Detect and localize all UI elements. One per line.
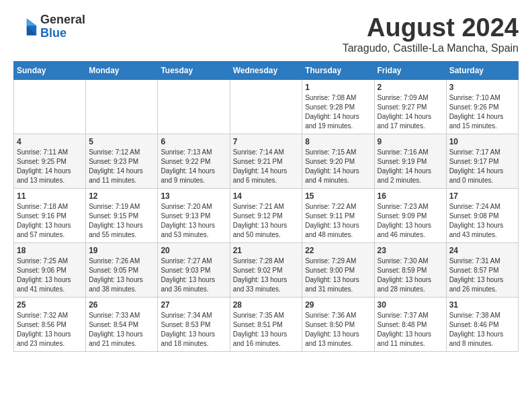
main-title: August 2024: [343, 13, 519, 42]
logo-general-text: General: [40, 13, 85, 27]
calendar-cell: 23Sunrise: 7:30 AM Sunset: 8:59 PM Dayli…: [374, 243, 446, 298]
calendar-cell: 30Sunrise: 7:37 AM Sunset: 8:48 PM Dayli…: [374, 298, 446, 352]
calendar-cell: 18Sunrise: 7:25 AM Sunset: 9:06 PM Dayli…: [14, 243, 86, 298]
calendar-cell: 1Sunrise: 7:08 AM Sunset: 9:28 PM Daylig…: [302, 80, 374, 134]
day-info: Sunrise: 7:31 AM Sunset: 8:57 PM Dayligh…: [449, 257, 515, 294]
day-info: Sunrise: 7:10 AM Sunset: 9:26 PM Dayligh…: [449, 93, 515, 131]
day-info: Sunrise: 7:24 AM Sunset: 9:08 PM Dayligh…: [449, 202, 515, 240]
calendar-cell: [158, 80, 230, 134]
col-friday: Friday: [374, 62, 446, 80]
calendar-cell: 12Sunrise: 7:19 AM Sunset: 9:15 PM Dayli…: [86, 189, 158, 243]
day-info: Sunrise: 7:08 AM Sunset: 9:28 PM Dayligh…: [305, 93, 371, 131]
col-wednesday: Wednesday: [230, 62, 302, 80]
calendar-cell: [230, 80, 302, 134]
day-number: 15: [305, 191, 371, 201]
day-number: 5: [89, 137, 154, 146]
day-number: 9: [378, 137, 443, 146]
day-info: Sunrise: 7:26 AM Sunset: 9:05 PM Dayligh…: [89, 257, 154, 294]
calendar-cell: 9Sunrise: 7:16 AM Sunset: 9:19 PM Daylig…: [374, 134, 446, 189]
logo-icon: [13, 15, 38, 39]
day-number: 25: [17, 300, 83, 310]
day-info: Sunrise: 7:16 AM Sunset: 9:19 PM Dayligh…: [378, 148, 443, 185]
calendar-cell: 24Sunrise: 7:31 AM Sunset: 8:57 PM Dayli…: [446, 243, 518, 298]
calendar-cell: 28Sunrise: 7:35 AM Sunset: 8:51 PM Dayli…: [230, 298, 302, 352]
day-info: Sunrise: 7:20 AM Sunset: 9:13 PM Dayligh…: [161, 202, 226, 240]
logo-blue-text: Blue: [40, 27, 85, 40]
day-number: 28: [233, 300, 300, 310]
day-info: Sunrise: 7:28 AM Sunset: 9:02 PM Dayligh…: [233, 257, 300, 294]
calendar-cell: [14, 80, 86, 134]
day-info: Sunrise: 7:18 AM Sunset: 9:16 PM Dayligh…: [17, 202, 83, 240]
day-info: Sunrise: 7:37 AM Sunset: 8:48 PM Dayligh…: [378, 311, 443, 349]
day-info: Sunrise: 7:38 AM Sunset: 8:46 PM Dayligh…: [449, 311, 515, 349]
col-monday: Monday: [86, 62, 158, 80]
day-number: 7: [233, 137, 300, 146]
day-number: 17: [449, 191, 515, 201]
logo-text: General Blue: [40, 13, 85, 40]
calendar-week-5: 25Sunrise: 7:32 AM Sunset: 8:56 PM Dayli…: [14, 298, 519, 352]
title-block: August 2024 Taragudo, Castille-La Mancha…: [343, 13, 519, 54]
day-info: Sunrise: 7:17 AM Sunset: 9:17 PM Dayligh…: [449, 148, 515, 185]
calendar-header-row: Sunday Monday Tuesday Wednesday Thursday…: [14, 62, 519, 80]
calendar-week-1: 1Sunrise: 7:08 AM Sunset: 9:28 PM Daylig…: [14, 80, 519, 134]
day-number: 18: [17, 246, 83, 255]
day-info: Sunrise: 7:22 AM Sunset: 9:11 PM Dayligh…: [305, 202, 371, 240]
day-info: Sunrise: 7:29 AM Sunset: 9:00 PM Dayligh…: [305, 257, 371, 294]
calendar-cell: 19Sunrise: 7:26 AM Sunset: 9:05 PM Dayli…: [86, 243, 158, 298]
col-sunday: Sunday: [14, 62, 86, 80]
calendar-cell: 25Sunrise: 7:32 AM Sunset: 8:56 PM Dayli…: [14, 298, 86, 352]
day-number: 20: [161, 246, 226, 255]
day-number: 26: [89, 300, 154, 310]
day-number: 11: [17, 191, 83, 201]
col-saturday: Saturday: [446, 62, 518, 80]
calendar-cell: 8Sunrise: 7:15 AM Sunset: 9:20 PM Daylig…: [302, 134, 374, 189]
day-number: 10: [449, 137, 515, 146]
day-number: 14: [233, 191, 300, 201]
day-info: Sunrise: 7:33 AM Sunset: 8:54 PM Dayligh…: [89, 311, 154, 349]
calendar-cell: 13Sunrise: 7:20 AM Sunset: 9:13 PM Dayli…: [158, 189, 230, 243]
day-info: Sunrise: 7:21 AM Sunset: 9:12 PM Dayligh…: [233, 202, 300, 240]
day-info: Sunrise: 7:30 AM Sunset: 8:59 PM Dayligh…: [378, 257, 443, 294]
calendar-cell: 31Sunrise: 7:38 AM Sunset: 8:46 PM Dayli…: [446, 298, 518, 352]
day-number: 2: [378, 83, 443, 92]
calendar-cell: 6Sunrise: 7:13 AM Sunset: 9:22 PM Daylig…: [158, 134, 230, 189]
day-number: 16: [378, 191, 443, 201]
day-number: 13: [161, 191, 226, 201]
calendar-cell: 21Sunrise: 7:28 AM Sunset: 9:02 PM Dayli…: [230, 243, 302, 298]
day-number: 6: [161, 137, 226, 146]
calendar-cell: 29Sunrise: 7:36 AM Sunset: 8:50 PM Dayli…: [302, 298, 374, 352]
day-info: Sunrise: 7:09 AM Sunset: 9:27 PM Dayligh…: [378, 93, 443, 131]
day-number: 19: [89, 246, 154, 255]
day-number: 22: [305, 246, 371, 255]
day-info: Sunrise: 7:36 AM Sunset: 8:50 PM Dayligh…: [305, 311, 371, 349]
day-number: 23: [378, 246, 443, 255]
day-info: Sunrise: 7:14 AM Sunset: 9:21 PM Dayligh…: [233, 148, 300, 185]
day-number: 29: [305, 300, 371, 310]
calendar-cell: 2Sunrise: 7:09 AM Sunset: 9:27 PM Daylig…: [374, 80, 446, 134]
calendar-cell: 3Sunrise: 7:10 AM Sunset: 9:26 PM Daylig…: [446, 80, 518, 134]
day-number: 1: [305, 83, 371, 92]
calendar-cell: 10Sunrise: 7:17 AM Sunset: 9:17 PM Dayli…: [446, 134, 518, 189]
day-info: Sunrise: 7:25 AM Sunset: 9:06 PM Dayligh…: [17, 257, 83, 294]
day-number: 21: [233, 246, 300, 255]
calendar-cell: 20Sunrise: 7:27 AM Sunset: 9:03 PM Dayli…: [158, 243, 230, 298]
calendar-cell: 22Sunrise: 7:29 AM Sunset: 9:00 PM Dayli…: [302, 243, 374, 298]
day-info: Sunrise: 7:13 AM Sunset: 9:22 PM Dayligh…: [161, 148, 226, 185]
day-info: Sunrise: 7:34 AM Sunset: 8:53 PM Dayligh…: [161, 311, 226, 349]
day-info: Sunrise: 7:19 AM Sunset: 9:15 PM Dayligh…: [89, 202, 154, 240]
calendar-week-2: 4Sunrise: 7:11 AM Sunset: 9:25 PM Daylig…: [14, 134, 519, 189]
day-info: Sunrise: 7:15 AM Sunset: 9:20 PM Dayligh…: [305, 148, 371, 185]
day-info: Sunrise: 7:11 AM Sunset: 9:25 PM Dayligh…: [17, 148, 83, 185]
calendar-cell: 27Sunrise: 7:34 AM Sunset: 8:53 PM Dayli…: [158, 298, 230, 352]
day-number: 4: [17, 137, 83, 146]
header: General Blue August 2024 Taragudo, Casti…: [13, 13, 519, 54]
col-tuesday: Tuesday: [158, 62, 230, 80]
calendar-cell: 14Sunrise: 7:21 AM Sunset: 9:12 PM Dayli…: [230, 189, 302, 243]
day-info: Sunrise: 7:35 AM Sunset: 8:51 PM Dayligh…: [233, 311, 300, 349]
calendar-cell: 4Sunrise: 7:11 AM Sunset: 9:25 PM Daylig…: [14, 134, 86, 189]
col-thursday: Thursday: [302, 62, 374, 80]
calendar-cell: 15Sunrise: 7:22 AM Sunset: 9:11 PM Dayli…: [302, 189, 374, 243]
day-number: 3: [449, 83, 515, 92]
day-info: Sunrise: 7:12 AM Sunset: 9:23 PM Dayligh…: [89, 148, 154, 185]
calendar-cell: 26Sunrise: 7:33 AM Sunset: 8:54 PM Dayli…: [86, 298, 158, 352]
